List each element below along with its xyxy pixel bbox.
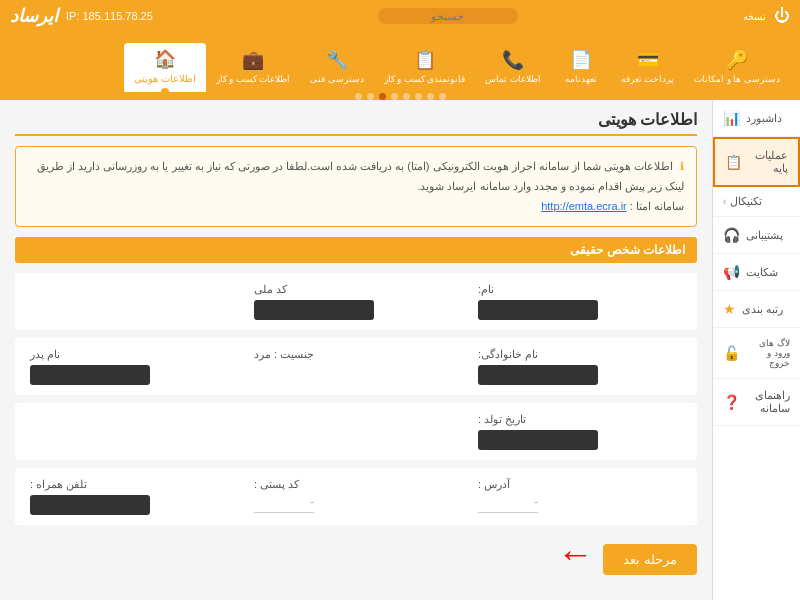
support-icon: 🎧 bbox=[723, 227, 740, 243]
page-title: اطلاعات هویتی bbox=[15, 110, 697, 136]
nav-bar: 🔑 دسترسی ها و امکانات 💳 پرداخت تعرفه 📄 ت… bbox=[0, 32, 800, 92]
top-bar: ⏻ نسخه IP: 185.115.78.25 ایرساد bbox=[0, 0, 800, 32]
business-icon: 💼 bbox=[242, 49, 264, 71]
sidebar-item-support[interactable]: پشتیبانی 🎧 bbox=[713, 217, 800, 254]
amta-link[interactable]: http://emta.ecra.ir bbox=[541, 197, 627, 217]
top-bar-left: ⏻ نسخه bbox=[743, 7, 790, 25]
form-row-2: نام خانوادگی: جنسیت : مرد نام پدر bbox=[15, 338, 697, 395]
main-layout: داشبورد 📊 عملیات پایه 📋 تکنیکال › پشتیبا… bbox=[0, 100, 800, 600]
logo-text: ایرساد bbox=[10, 5, 58, 27]
postal-code-label: کد پستی : bbox=[254, 478, 299, 491]
national-code-label: کد ملی bbox=[254, 283, 287, 296]
sidebar-item-complaint[interactable]: شکایت 📢 bbox=[713, 254, 800, 291]
red-arrow-icon: ← bbox=[557, 533, 593, 575]
step-dot-1 bbox=[439, 93, 446, 100]
address-value: - bbox=[478, 495, 538, 513]
field-gender: جنسیت : مرد bbox=[254, 348, 458, 385]
birthdate-label: تاریخ تولد : bbox=[478, 413, 526, 426]
form-row-3: تاریخ تولد : bbox=[15, 403, 697, 460]
nav-label-payment: پرداخت تعرفه bbox=[621, 74, 675, 84]
step-dot-8 bbox=[355, 93, 362, 100]
active-dot bbox=[161, 88, 169, 96]
version-label: نسخه bbox=[743, 11, 766, 22]
button-row: مرحله بعد ← bbox=[15, 533, 697, 575]
nav-label-business: اطلاعات کسب و کار bbox=[216, 74, 291, 84]
name-label: نام: bbox=[478, 283, 494, 296]
mobile-label: تلفن همراه : bbox=[30, 478, 87, 491]
technical-icon: 🔧 bbox=[326, 49, 348, 71]
birthdate-value bbox=[478, 430, 598, 450]
alert-icon: ℹ bbox=[680, 160, 684, 172]
chevron-right-icon: › bbox=[723, 196, 726, 207]
nav-item-access[interactable]: 🔑 دسترسی ها و امکانات bbox=[684, 44, 790, 92]
gender-label: جنسیت : مرد bbox=[254, 348, 314, 361]
guide-icon: ❓ bbox=[723, 394, 740, 410]
nav-label-access: دسترسی ها و امکانات bbox=[694, 74, 780, 84]
nav-item-contact[interactable]: 📞 اطلاعات تماس bbox=[475, 44, 551, 92]
lastname-label: نام خانوادگی: bbox=[478, 348, 538, 361]
step-dot-6 bbox=[379, 93, 386, 100]
field-postal-code: کد پستی : - bbox=[254, 478, 458, 515]
search-input[interactable] bbox=[378, 8, 518, 24]
address-label: آدرس : bbox=[478, 478, 510, 491]
field-birthdate: تاریخ تولد : bbox=[478, 413, 682, 450]
section-title: اطلاعات شخص حقیقی bbox=[15, 237, 697, 263]
lawmon-icon: 📋 bbox=[414, 49, 436, 71]
form-row-1: نام: کد ملی bbox=[15, 273, 697, 330]
step-dot-4 bbox=[403, 93, 410, 100]
content-area: اطلاعات هویتی ℹ اطلاعات هویتی شما از سام… bbox=[0, 100, 712, 600]
alert-text: اطلاعات هویتی شما از سامانه احراز هویت ا… bbox=[37, 160, 684, 192]
nav-item-technical[interactable]: 🔧 دسترسی فنی bbox=[300, 44, 374, 92]
nav-item-lawmon[interactable]: 📋 قانونمندی کسب و کار bbox=[374, 44, 476, 92]
mobile-value bbox=[30, 495, 150, 515]
ip-label: IP: 185.115.78.25 bbox=[66, 10, 153, 22]
agreement-icon: 📄 bbox=[570, 49, 592, 71]
dashboard-label: داشبورد bbox=[746, 112, 782, 125]
field-empty-1 bbox=[30, 283, 234, 320]
nav-item-business[interactable]: 💼 اطلاعات کسب و کار bbox=[206, 44, 301, 92]
sidebar-item-dashboard[interactable]: داشبورد 📊 bbox=[713, 100, 800, 137]
nav-label-technical: دسترسی فنی bbox=[310, 74, 364, 84]
login-icon: 🔓 bbox=[723, 345, 740, 361]
field-father-name: نام پدر bbox=[30, 348, 234, 385]
technical-toggle-label: تکنیکال bbox=[730, 195, 762, 208]
payment-icon: 💳 bbox=[637, 49, 659, 71]
search-area bbox=[153, 8, 743, 24]
next-button[interactable]: مرحله بعد bbox=[603, 544, 697, 575]
dashboard-icon: 📊 bbox=[723, 110, 740, 126]
national-code-value bbox=[254, 300, 374, 320]
nav-item-agreement[interactable]: 📄 تعهدنامه bbox=[551, 44, 611, 92]
field-name: نام: bbox=[478, 283, 682, 320]
access-icon: 🔑 bbox=[726, 49, 748, 71]
field-empty-2 bbox=[254, 413, 458, 450]
power-icon[interactable]: ⏻ bbox=[774, 7, 790, 25]
loginlogout-label: لاگ های ورود و خروج bbox=[746, 338, 790, 368]
step-dot-3 bbox=[415, 93, 422, 100]
sidebar-toggle-technical[interactable]: تکنیکال › bbox=[713, 187, 800, 217]
nav-label-contact: اطلاعات تماس bbox=[485, 74, 541, 84]
support-label: پشتیبانی bbox=[746, 229, 783, 242]
father-name-value bbox=[30, 365, 150, 385]
baseops-label: عملیات پایه bbox=[748, 149, 788, 175]
nav-item-identity[interactable]: 🏠 اطلاعات هویتی bbox=[124, 43, 206, 92]
field-empty-3 bbox=[30, 413, 234, 450]
sidebar-item-rating[interactable]: رتبه بندی ★ bbox=[713, 291, 800, 328]
nav-label-lawmon: قانونمندی کسب و کار bbox=[384, 74, 466, 84]
nav-label-agreement: تعهدنامه bbox=[565, 74, 597, 84]
step-dot-7 bbox=[367, 93, 374, 100]
sidebar-item-guide[interactable]: راهنمای سامانه ❓ bbox=[713, 379, 800, 426]
baseops-icon: 📋 bbox=[725, 154, 742, 170]
guide-label: راهنمای سامانه bbox=[746, 389, 790, 415]
alert-box: ℹ اطلاعات هویتی شما از سامانه احراز هویت… bbox=[15, 146, 697, 227]
nav-item-payment[interactable]: 💳 پرداخت تعرفه bbox=[611, 44, 685, 92]
identity-icon: 🏠 bbox=[154, 48, 176, 70]
next-button-label: مرحله بعد bbox=[623, 552, 677, 567]
complaint-icon: 📢 bbox=[723, 264, 740, 280]
sidebar-item-loginlogout[interactable]: لاگ های ورود و خروج 🔓 bbox=[713, 328, 800, 379]
postal-code-value: - bbox=[254, 495, 314, 513]
name-value bbox=[478, 300, 598, 320]
amta-label: سامانه امتا : bbox=[630, 200, 684, 212]
step-dot-5 bbox=[391, 93, 398, 100]
field-national-code: کد ملی bbox=[254, 283, 458, 320]
sidebar-item-baseops[interactable]: عملیات پایه 📋 bbox=[713, 137, 800, 187]
